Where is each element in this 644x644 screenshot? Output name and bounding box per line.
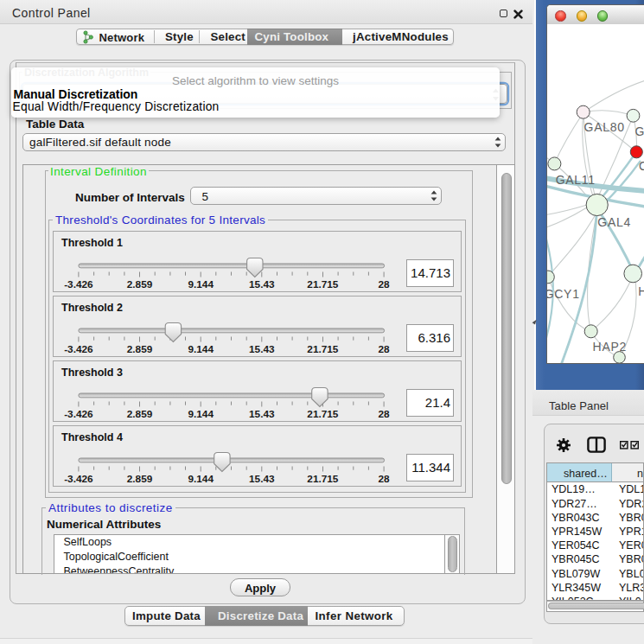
svg-text:-3.426: -3.426	[64, 278, 93, 290]
svg-text:2.859: 2.859	[126, 278, 152, 290]
svg-text:2.859: 2.859	[126, 408, 152, 420]
svg-text:21.715: 21.715	[307, 278, 339, 290]
svg-text:9.144: 9.144	[188, 408, 214, 420]
svg-text:C: C	[639, 159, 644, 173]
svg-text:15.43: 15.43	[249, 343, 275, 355]
svg-text:21.715: 21.715	[307, 343, 339, 355]
svg-text:28: 28	[378, 343, 390, 355]
svg-text:-3.426: -3.426	[64, 343, 93, 355]
svg-text:GAL80: GAL80	[584, 120, 625, 134]
svg-text:28: 28	[378, 408, 390, 420]
svg-text:21.715: 21.715	[307, 473, 339, 485]
svg-text:28: 28	[378, 278, 390, 290]
svg-text:-3.426: -3.426	[64, 408, 93, 420]
svg-text:GAL11: GAL11	[556, 173, 596, 187]
svg-text:GA: GA	[634, 124, 644, 138]
svg-text:H: H	[638, 284, 644, 298]
svg-text:-3.426: -3.426	[64, 473, 93, 485]
svg-text:GAL4: GAL4	[597, 215, 631, 229]
svg-text:HAP2: HAP2	[593, 340, 627, 354]
svg-text:15.43: 15.43	[249, 278, 275, 290]
svg-text:9.144: 9.144	[188, 343, 214, 355]
svg-text:28: 28	[378, 473, 390, 485]
svg-text:9.144: 9.144	[188, 278, 214, 290]
svg-text:21.715: 21.715	[307, 408, 339, 420]
svg-text:15.43: 15.43	[249, 408, 275, 420]
svg-text:GCY1: GCY1	[547, 287, 580, 301]
svg-text:2.859: 2.859	[126, 343, 152, 355]
svg-text:15.43: 15.43	[249, 473, 275, 485]
svg-text:9.144: 9.144	[188, 473, 214, 485]
svg-text:2.859: 2.859	[126, 473, 152, 485]
